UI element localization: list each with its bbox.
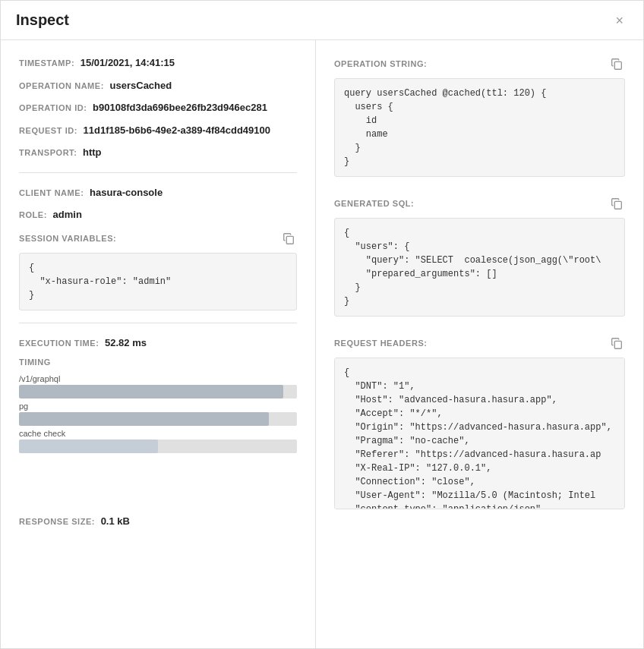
timing-section: TIMING /v1/graphql pg cache check <box>19 358 297 453</box>
timing-bar-graphql-fill <box>19 385 283 399</box>
copy-icon <box>282 232 295 245</box>
generated-sql-label: GENERATED SQL: <box>334 199 414 208</box>
response-size-label: RESPONSE SIZE: <box>19 517 95 526</box>
timing-bar-pg-fill <box>19 412 269 426</box>
divider-2 <box>19 323 297 323</box>
svg-rect-3 <box>614 341 621 348</box>
role-label: ROLE: <box>19 210 47 219</box>
transport-row: TRANSPORT: http <box>19 145 297 160</box>
copy-icon <box>610 336 623 350</box>
execution-time-label: EXECUTION TIME: <box>19 339 99 348</box>
response-size-value: 0.1 kB <box>101 515 130 527</box>
operation-id-row: OPERATION ID: b90108fd3da696bee26fb23d94… <box>19 100 297 115</box>
operation-name-label: OPERATION NAME: <box>19 81 104 90</box>
operation-string-header: OPERATION STRING: <box>334 55 625 72</box>
request-headers-label: REQUEST HEADERS: <box>334 339 427 348</box>
copy-operation-string-button[interactable] <box>608 55 625 72</box>
svg-rect-0 <box>286 236 293 244</box>
copy-request-headers-button[interactable] <box>608 335 625 351</box>
timing-bar-graphql-track <box>19 385 297 399</box>
session-variables-label: SESSION VARIABLES: <box>19 234 116 243</box>
session-variables-header: SESSION VARIABLES: <box>19 230 297 247</box>
svg-rect-2 <box>614 201 621 209</box>
operation-id-value: b90108fd3da696bee26fb23d946ec281 <box>93 102 267 113</box>
svg-rect-1 <box>614 61 621 69</box>
request-id-label: REQUEST ID: <box>19 126 77 135</box>
operation-string-section: OPERATION STRING: query usersCached @cac… <box>334 55 625 177</box>
request-id-value: 11d1f185-b6b6-49e2-a389-4f84cdd49100 <box>84 124 270 136</box>
copy-generated-sql-button[interactable] <box>608 195 625 212</box>
operation-string-code: query usersCached @cached(ttl: 120) { us… <box>334 78 625 177</box>
transport-label: TRANSPORT: <box>19 148 77 157</box>
client-name-row: CLIENT NAME: hasura-console <box>19 185 297 200</box>
modal-header: Inspect × <box>1 1 643 40</box>
copy-icon <box>610 57 623 71</box>
role-row: ROLE: admin <box>19 207 297 222</box>
close-button[interactable]: × <box>611 12 628 29</box>
timing-bar-graphql: /v1/graphql <box>19 374 297 399</box>
timing-bar-pg: pg <box>19 402 297 426</box>
timing-bar-cache-check-label: cache check <box>19 429 297 438</box>
timing-bar-cache-check-fill <box>19 439 158 453</box>
divider-1 <box>19 172 297 173</box>
operation-string-label: OPERATION STRING: <box>334 59 427 68</box>
modal-body: TIMESTAMP: 15/01/2021, 14:41:15 OPERATIO… <box>1 40 643 648</box>
role-value: admin <box>53 209 82 220</box>
copy-session-variables-button[interactable] <box>280 230 297 247</box>
left-panel: TIMESTAMP: 15/01/2021, 14:41:15 OPERATIO… <box>1 40 316 648</box>
right-panel: OPERATION STRING: query usersCached @cac… <box>316 40 643 648</box>
client-name-value: hasura-console <box>90 187 163 198</box>
timing-bar-cache-check: cache check <box>19 429 297 453</box>
operation-name-row: OPERATION NAME: usersCached <box>19 78 297 93</box>
timing-bar-pg-label: pg <box>19 402 297 411</box>
request-headers-header: REQUEST HEADERS: <box>334 335 625 351</box>
generated-sql-section: GENERATED SQL: { "users": { "query": "SE… <box>334 195 625 317</box>
request-id-row: REQUEST ID: 11d1f185-b6b6-49e2-a389-4f84… <box>19 123 297 138</box>
transport-value: http <box>83 146 102 158</box>
timestamp-row: TIMESTAMP: 15/01/2021, 14:41:15 <box>19 55 297 71</box>
copy-icon <box>610 197 623 210</box>
timing-bar-cache-check-track <box>19 439 297 453</box>
generated-sql-header: GENERATED SQL: <box>334 195 625 212</box>
operation-name-value: usersCached <box>110 80 172 91</box>
request-headers-code: { "DNT": "1", "Host": "advanced-hasura.h… <box>334 358 625 509</box>
timing-label: TIMING <box>19 358 297 367</box>
request-headers-section: REQUEST HEADERS: { "DNT": "1", "Host": "… <box>334 335 625 509</box>
client-name-label: CLIENT NAME: <box>19 188 84 197</box>
timestamp-value: 15/01/2021, 14:41:15 <box>80 57 175 68</box>
generated-sql-code: { "users": { "query": "SELECT coalesce(j… <box>334 218 625 317</box>
modal-title: Inspect <box>16 11 69 29</box>
session-variables-code: { "x-hasura-role": "admin" } <box>19 253 297 310</box>
response-size-row: RESPONSE SIZE: 0.1 kB <box>19 514 297 529</box>
timestamp-label: TIMESTAMP: <box>19 58 74 68</box>
operation-id-label: OPERATION ID: <box>19 103 87 112</box>
timing-bar-graphql-label: /v1/graphql <box>19 374 297 383</box>
timing-bar-pg-track <box>19 412 297 426</box>
inspect-modal: Inspect × TIMESTAMP: 15/01/2021, 14:41:1… <box>0 0 644 649</box>
execution-time-row: EXECUTION TIME: 52.82 ms <box>19 336 297 351</box>
execution-time-value: 52.82 ms <box>105 337 147 348</box>
